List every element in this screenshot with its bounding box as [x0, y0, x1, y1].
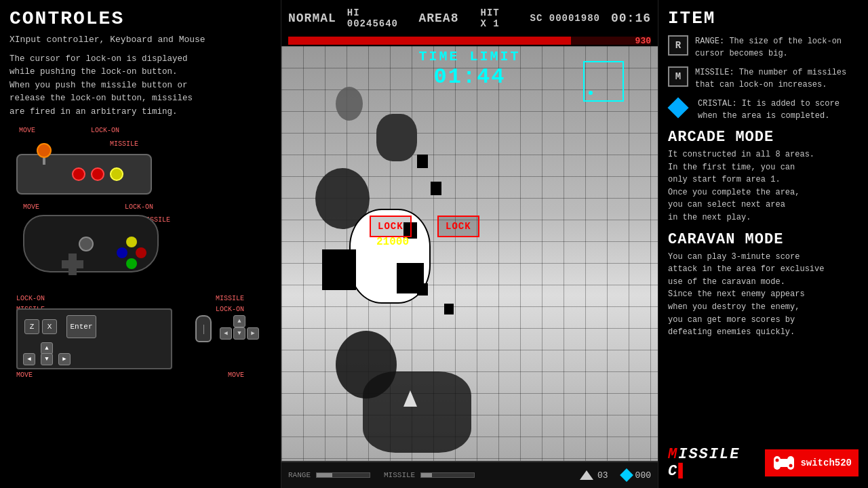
item-range: R RANGE: The size of the lock-on cursor …	[668, 35, 859, 60]
hud-top: NORMAL HI 00245640 AREA8 HIT X 1 SC 0000…	[281, 0, 658, 37]
health-bar: 930	[288, 37, 651, 45]
arcade-mode-desc: It constructed in all 8 areas.In the fir…	[668, 148, 859, 224]
small-enemy-5	[444, 304, 454, 314]
gp-left-stick	[79, 237, 94, 251]
arcade-btn-3	[110, 167, 123, 181]
platform-label: switch520	[800, 458, 852, 468]
svg-rect-3	[778, 459, 789, 467]
time-limit-label: TIME LIMIT	[418, 49, 520, 64]
label-move-kb2: MOVE	[228, 371, 244, 379]
diamond-icon	[620, 468, 633, 482]
controls-description: The cursor for lock-on is displayed whil…	[9, 53, 271, 119]
gp-btn-a	[126, 258, 137, 269]
controls-panel: CONTROLES XInput controller, Keyboard an…	[0, 0, 281, 488]
arcade-stick-body	[16, 154, 152, 195]
caravan-mode-title: CARAVAN MODE	[668, 231, 859, 248]
game-panel: NORMAL HI 00245640 AREA8 HIT X 1 SC 0000…	[281, 0, 658, 488]
kb-key-x: X	[42, 319, 57, 334]
right-panel: ITEM R RANGE: The size of the lock-on cu…	[658, 0, 868, 488]
health-number: 930	[635, 36, 651, 46]
item-cristal-text: CRISTAL: It is added to score when the a…	[698, 98, 859, 122]
arcade-mode-title: ARCADE MODE	[668, 129, 859, 146]
crystal-count-area: 000	[622, 470, 651, 481]
missile-bar-area: MISSILE	[384, 471, 475, 479]
score-popup: 21000	[376, 236, 409, 248]
lockon-corner-bl	[583, 95, 590, 102]
item-title: ITEM	[668, 8, 859, 28]
arrow-keys-right: ▲ ◀ ▼ ▶	[220, 315, 260, 356]
item-missile: M MISSILE: The number of missiles that c…	[668, 66, 859, 91]
enemy-shape-1	[336, 87, 363, 121]
switch-icon	[772, 453, 796, 472]
label-move-gp: MOVE	[23, 203, 39, 211]
time-limit-value: 01:44	[418, 64, 520, 89]
item-icon-r: R	[668, 35, 688, 56]
kb-key-z: Z	[24, 319, 39, 334]
item-cristal: CRISTAL: It is added to score when the a…	[668, 98, 859, 122]
item-icon-m: M	[668, 66, 688, 87]
controls-subtitle: XInput controller, Keyboard and Mouse	[9, 35, 271, 45]
lockon-corner-tl	[583, 61, 590, 68]
small-enemy-1	[417, 155, 428, 168]
arcade-btn-1	[72, 167, 85, 181]
gamepad-diagram: MOVE LOCK-ON MISSILE	[9, 201, 271, 283]
keyboard-diagram: LOCK-ON MISSILE MISSILE LOCK-ON Z X Ente…	[9, 292, 271, 380]
small-enemy-2	[431, 182, 441, 195]
range-bar	[316, 472, 370, 478]
mouse-icon	[195, 315, 212, 342]
ship-icon	[580, 470, 593, 480]
lockon-corner-br	[617, 95, 624, 102]
gp-btn-x	[117, 247, 127, 258]
crystal-count: 000	[635, 470, 651, 481]
label-missile-kb2: MISSILE	[216, 295, 244, 302]
svg-point-5	[789, 464, 793, 468]
label-move-arcade: MOVE	[19, 127, 35, 134]
caravan-mode-desc: You can play 3-minute scoreattack in the…	[668, 251, 859, 339]
item-missile-text: MISSILE: The number of missiles that can…	[695, 66, 859, 91]
dpad	[62, 253, 83, 275]
arcade-mode-section: ARCADE MODE It constructed in all 8 area…	[668, 129, 859, 224]
item-range-text: RANGE: The size of the lock-on cursor be…	[695, 35, 859, 60]
ship-count-area: 03	[580, 470, 608, 481]
game-logo: MISSILE C▌	[668, 446, 765, 480]
svg-point-4	[776, 459, 779, 462]
label-lockon-gp: LOCK-ON	[125, 203, 153, 211]
gp-btn-y	[126, 237, 137, 247]
label-lockon-kb: LOCK-ON	[16, 295, 45, 302]
lock-indicator-1: LOCK	[370, 216, 412, 237]
keyboard-body: Z X Enter ▲ ◀ ▼ ▶	[16, 308, 172, 369]
enemy-shape-7	[363, 371, 471, 453]
controllers-area: MOVE LOCK-ON MISSILE MOVE LOCK-ON MISSIL…	[9, 127, 271, 480]
ship-count: 03	[597, 470, 608, 481]
hud-hi: HI 00245640	[347, 7, 408, 29]
kb-key-enter: Enter	[66, 315, 96, 338]
range-fill	[317, 473, 332, 477]
hud-bottom: RANGE MISSILE 03 000	[281, 461, 658, 488]
missile-label: MISSILE	[384, 471, 415, 479]
stick-ball	[37, 143, 52, 158]
gamepad-body	[23, 215, 159, 272]
label-lockon-arcade: LOCK-ON	[91, 127, 119, 134]
gp-btn-b	[136, 247, 146, 258]
enemy-shape-2	[376, 114, 417, 161]
nintendo-badge: switch520	[765, 449, 859, 476]
time-limit-display: TIME LIMIT 01:44	[418, 49, 520, 89]
range-bar-area: RANGE	[288, 471, 370, 479]
hud-timer: 00:16	[611, 12, 651, 25]
enemy-shape-4	[322, 249, 356, 290]
game-canvas: LOCK LOCK 21000	[281, 46, 658, 461]
label-move-kb: MOVE	[16, 371, 33, 379]
arcade-btn-2	[91, 167, 104, 181]
lockon-corner-tr	[617, 61, 624, 68]
range-label: RANGE	[288, 471, 311, 479]
controls-title: CONTROLES	[9, 8, 271, 29]
hud-area: AREA8	[418, 12, 458, 25]
lock-indicator-2: LOCK	[437, 216, 479, 237]
player-ship	[403, 390, 417, 407]
missile-bar	[420, 472, 475, 478]
small-enemy-4	[417, 283, 428, 296]
health-bar-fill	[288, 37, 571, 45]
missile-fill	[421, 473, 432, 477]
lockon-box	[583, 61, 624, 102]
arcade-stick-diagram: MOVE LOCK-ON MISSILE	[9, 127, 271, 195]
